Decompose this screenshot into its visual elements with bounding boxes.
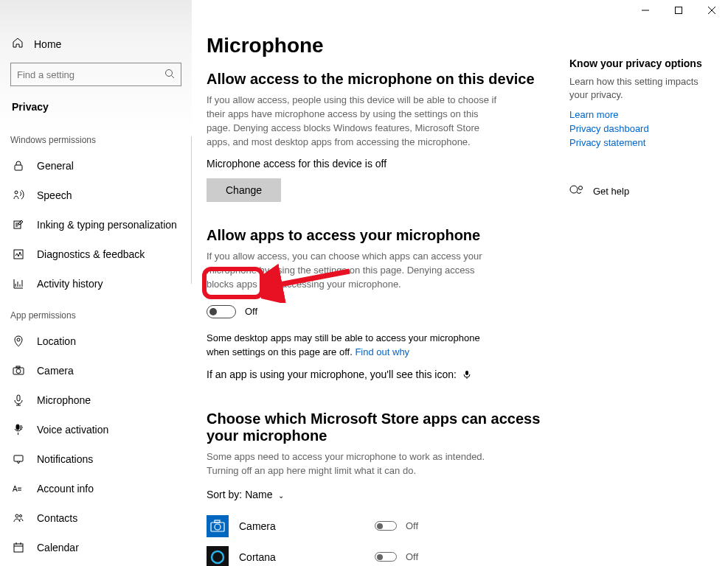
contacts-icon <box>12 511 25 525</box>
nav-label: Activity history <box>37 278 103 290</box>
nav-label: Camera <box>37 365 74 377</box>
rail-link-learn-more[interactable]: Learn more <box>569 109 713 120</box>
annotation-highlight <box>202 267 264 299</box>
section2-icon-note: If an app is using your microphone, you'… <box>207 368 566 381</box>
nav-account-info[interactable]: A≡Account info <box>0 474 192 503</box>
section1-desc: If you allow access, people using this d… <box>207 94 502 149</box>
svg-line-50 <box>272 271 350 286</box>
nav-label: Contacts <box>37 512 77 524</box>
nav-calendar[interactable]: Calendar <box>0 533 192 562</box>
nav-label: Diagnostics & feedback <box>37 248 145 260</box>
nav-label: Microphone <box>37 394 91 406</box>
nav-inking-typing-personalization[interactable]: Inking & typing personalization <box>0 210 192 240</box>
app-toggle-cortana[interactable] <box>375 552 397 562</box>
lock-icon <box>12 159 25 172</box>
section1-heading: Allow access to the microphone on this d… <box>207 71 566 88</box>
rail-link-statement[interactable]: Privacy statement <box>569 137 713 148</box>
search-input[interactable] <box>10 63 181 86</box>
app-name: Camera <box>239 520 375 532</box>
notifications-icon <box>12 453 25 466</box>
sort-control[interactable]: Sort by: Name ⌄ <box>207 489 566 500</box>
rail-link-dashboard[interactable]: Privacy dashboard <box>569 123 713 134</box>
speech-icon <box>12 189 25 202</box>
svg-line-5 <box>172 75 175 78</box>
help-icon <box>569 184 583 199</box>
get-help-row[interactable]: Get help <box>569 184 713 199</box>
current-section: Privacy <box>0 95 192 123</box>
app-toggle-state: Off <box>406 520 418 531</box>
app-icon-camera <box>207 515 229 537</box>
home-label: Home <box>34 38 61 50</box>
nav-general[interactable]: General <box>0 151 192 181</box>
section1-status: Microphone access for this device is off <box>207 158 566 170</box>
nav-diagnostics-feedback[interactable]: Diagnostics & feedback <box>0 240 192 269</box>
home-nav[interactable]: Home <box>0 29 192 58</box>
svg-rect-31 <box>14 455 23 461</box>
sidebar: Home Privacy Windows permissions General… <box>0 0 192 566</box>
nav-location[interactable]: Location <box>0 326 192 356</box>
change-button[interactable]: Change <box>207 178 281 202</box>
camera-icon <box>12 364 25 377</box>
section3-desc: Some apps need to access your microphone… <box>207 450 502 478</box>
nav-camera[interactable]: Camera <box>0 356 192 385</box>
app-icon-cortana <box>207 546 229 566</box>
nav-activity-history[interactable]: Activity history <box>0 269 192 298</box>
svg-point-21 <box>16 369 21 374</box>
svg-rect-26 <box>16 424 19 430</box>
svg-text:A≡: A≡ <box>13 485 22 493</box>
calendar-icon <box>12 541 25 554</box>
nav-label: Notifications <box>37 453 93 465</box>
svg-rect-22 <box>16 366 20 368</box>
nav-label: Calendar <box>37 542 79 553</box>
svg-rect-35 <box>14 544 23 552</box>
microphone-icon <box>12 394 25 407</box>
apps-access-toggle[interactable] <box>207 305 236 318</box>
diagnostics-icon <box>12 248 25 261</box>
svg-point-7 <box>15 191 18 194</box>
voice-icon <box>12 423 25 436</box>
close-button[interactable] <box>695 0 728 21</box>
search-icon <box>164 69 175 81</box>
app-row-camera: CameraOff <box>207 511 566 542</box>
minimize-button[interactable] <box>628 0 662 21</box>
svg-point-48 <box>579 186 583 190</box>
nav-label: Voice activation <box>37 424 108 436</box>
rail-desc: Learn how this setting impacts your priv… <box>569 75 713 102</box>
nav-contacts[interactable]: Contacts <box>0 503 192 533</box>
svg-rect-1 <box>675 7 682 14</box>
svg-point-4 <box>166 69 173 76</box>
chevron-down-icon: ⌄ <box>278 492 284 500</box>
apps-toggle-state: Off <box>245 306 257 317</box>
app-toggle-state: Off <box>406 551 418 562</box>
nav-label: General <box>37 160 74 172</box>
svg-rect-23 <box>17 395 20 401</box>
nav-microphone[interactable]: Microphone <box>0 385 192 415</box>
maximize-button[interactable] <box>662 0 695 21</box>
window-controls <box>628 0 728 21</box>
section3-heading: Choose which Microsoft Store apps can ac… <box>207 410 566 444</box>
rail-heading: Know your privacy options <box>569 57 713 69</box>
nav-speech[interactable]: Speech <box>0 181 192 210</box>
section-app-permissions: App permissions <box>0 298 192 326</box>
svg-point-33 <box>15 514 18 517</box>
nav-label: Location <box>37 335 76 347</box>
account-icon: A≡ <box>12 482 25 495</box>
location-icon <box>12 335 25 348</box>
inking-icon <box>12 218 25 231</box>
svg-rect-12 <box>14 250 23 259</box>
section-windows-permissions: Windows permissions <box>0 123 192 151</box>
section2-note: Some desktop apps may still be able to a… <box>207 332 502 360</box>
page-title: Microphone <box>207 34 566 57</box>
svg-rect-6 <box>15 165 22 170</box>
app-toggle-camera[interactable] <box>375 521 397 531</box>
svg-point-47 <box>570 186 578 193</box>
find-out-why-link[interactable]: Find out why <box>355 346 409 357</box>
microphone-indicator-icon <box>462 369 471 381</box>
section2-heading: Allow apps to access your microphone <box>207 227 566 244</box>
svg-point-34 <box>20 515 22 517</box>
nav-voice-activation[interactable]: Voice activation <box>0 415 192 444</box>
nav-label: Account info <box>37 483 94 495</box>
nav-notifications[interactable]: Notifications <box>0 444 192 474</box>
activity-icon <box>12 277 25 290</box>
search-field[interactable] <box>17 69 164 80</box>
